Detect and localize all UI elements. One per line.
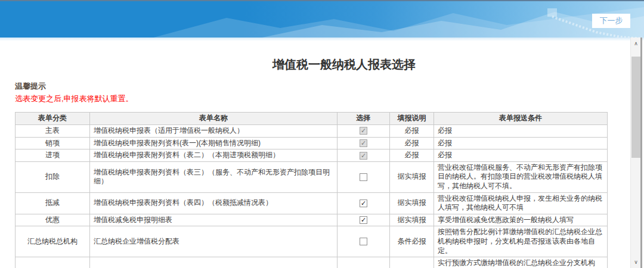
form-name-cell: 增值税纳税申报表附列资料（表四）（税额抵减情况表）: [90, 192, 338, 214]
instruction-cell: 据实填报: [390, 192, 434, 214]
checkbox-checked-icon[interactable]: ✓: [360, 216, 367, 224]
top-banner: 下一步: [0, 0, 644, 38]
report-selection-table: 表单分类 表单名称 选择 填报说明 表单报送条件 主表增值税纳税申报表（适用于增…: [15, 112, 608, 268]
checkbox-checked-icon: ✓: [360, 127, 367, 135]
select-cell: [338, 257, 390, 268]
banner-bottom-fade: [0, 38, 644, 41]
condition-cell: 必报: [434, 125, 608, 138]
table-row: 抵减增值税纳税申报表附列资料（表四）（税额抵减情况表）✓据实填报营业税改征增值税…: [16, 192, 608, 214]
col-header-category: 表单分类: [16, 113, 90, 125]
table-row: 销项增值税纳税申报表附列资料(表一)(本期销售情况明细)✓必报必报: [16, 137, 608, 149]
table-row: 扣除增值税纳税申报表附列资料（表三）（服务、不动产和无形资产扣除项目明细）据实填…: [16, 161, 608, 192]
form-name-cell: 增值税减免税申报明细表: [90, 214, 338, 226]
notice-block: 温馨提示 选表变更之后,申报表将默认重置。: [15, 81, 134, 104]
select-cell: [338, 161, 390, 192]
col-header-select: 选择: [338, 113, 390, 125]
instruction-cell: 据实填报: [390, 161, 434, 192]
form-name-cell: 汇总纳税企业增值税分配表: [90, 226, 338, 257]
instruction-cell: 必报: [390, 125, 434, 138]
form-name-cell: 增值税纳税申报表附列资料(表一)(本期销售情况明细): [90, 137, 338, 149]
select-cell: ✓: [338, 125, 390, 138]
table-row: 汇总纳税总机构汇总纳税企业增值税分配表条件必报按照销售分配比例计算缴纳增值税的汇…: [16, 226, 608, 257]
window-right-edge: [640, 38, 642, 268]
greatwall-mountains-illustration: [0, 1, 644, 38]
col-header-form-name: 表单名称: [90, 113, 338, 125]
select-cell: ✓: [338, 192, 390, 214]
report-table-body: 主表增值税纳税申报表（适用于增值税一般纳税人）✓必报必报销项增值税纳税申报表附列…: [16, 125, 608, 268]
form-category-cell: 预征预缴分支机构: [16, 257, 90, 268]
instruction-cell: 必报: [390, 137, 434, 149]
table-row: 进项增值税纳税申报表附列资料（表二）（本期进项税额明细）✓必报必报: [16, 149, 608, 162]
scroll-down-icon[interactable]: ∨: [631, 257, 641, 267]
select-cell: ✓: [338, 137, 390, 149]
table-row: 预征预缴分支机构汇总纳税企业通用传递单据实填报实行预缴方式缴纳增值税的汇总纳税企…: [16, 257, 608, 268]
condition-cell: 必报: [434, 149, 608, 162]
condition-cell: 营业税改征增值税服务、不动产和无形资产有扣除项目的纳税人。有扣除项目的营业税改增…: [434, 161, 608, 192]
table-row: 优惠增值税减免税申报明细表✓据实填报享受增值税减免优惠政策的一般纳税人填写: [16, 214, 608, 226]
checkbox-checked-icon: ✓: [360, 139, 367, 147]
form-name-cell: 增值税纳税申报表（适用于增值税一般纳税人）: [90, 125, 338, 138]
col-header-condition: 表单报送条件: [434, 113, 608, 125]
instruction-cell: 条件必报: [390, 226, 434, 257]
table-header-row: 表单分类 表单名称 选择 填报说明 表单报送条件: [16, 113, 608, 125]
checkbox-unchecked-icon[interactable]: [360, 238, 367, 245]
checkbox-unchecked-icon[interactable]: [360, 173, 367, 181]
condition-cell: 享受增值税减免优惠政策的一般纳税人填写: [434, 214, 608, 226]
condition-cell: 营业税改征增值税纳税人申报，发生相关业务的纳税人填写，其他纳税人可不填: [434, 192, 608, 214]
form-category-cell: 主表: [16, 125, 90, 138]
checkbox-checked-icon: ✓: [360, 152, 367, 160]
condition-cell: 必报: [434, 137, 608, 149]
select-cell: [338, 226, 390, 257]
form-category-cell: 抵减: [16, 192, 90, 214]
table-row: 主表增值税纳税申报表（适用于增值税一般纳税人）✓必报必报: [16, 125, 608, 138]
condition-cell: 实行预缴方式缴纳增值税的汇总纳税企业分支机构（除发、供电企业和航空运输企业、邮政…: [434, 257, 608, 268]
instruction-cell: 据实填报: [390, 257, 434, 268]
form-category-cell: 销项: [16, 137, 90, 149]
form-category-cell: 优惠: [16, 214, 90, 226]
page-title: 增值税一般纳税人报表选择: [22, 57, 644, 73]
form-category-cell: 汇总纳税总机构: [16, 226, 90, 257]
notice-warning-text: 选表变更之后,申报表将默认重置。: [15, 94, 134, 104]
scroll-up-icon[interactable]: ∧: [631, 39, 641, 48]
notice-title: 温馨提示: [15, 81, 134, 92]
form-category-cell: 进项: [16, 149, 90, 162]
form-name-cell: 增值税纳税申报表附列资料（表三）（服务、不动产和无形资产扣除项目明细）: [90, 161, 338, 192]
next-step-button[interactable]: 下一步: [592, 14, 630, 28]
scrollbar-thumb[interactable]: [631, 57, 640, 158]
select-cell: ✓: [338, 149, 390, 162]
checkbox-checked-icon[interactable]: ✓: [360, 200, 367, 207]
condition-cell: 按照销售分配比例计算缴纳增值税的汇总纳税企业总机构纳税申报时，分支机构是否报送该…: [434, 226, 608, 257]
instruction-cell: 必报: [390, 149, 434, 162]
col-header-instruction: 填报说明: [390, 113, 434, 125]
vertical-scrollbar[interactable]: ∧ ∨: [630, 38, 640, 268]
instruction-cell: 据实填报: [390, 214, 434, 226]
form-name-cell: 汇总纳税企业通用传递单: [90, 257, 338, 268]
form-name-cell: 增值税纳税申报表附列资料（表二）（本期进项税额明细）: [90, 149, 338, 162]
form-category-cell: 扣除: [16, 161, 90, 192]
select-cell: ✓: [338, 214, 390, 226]
